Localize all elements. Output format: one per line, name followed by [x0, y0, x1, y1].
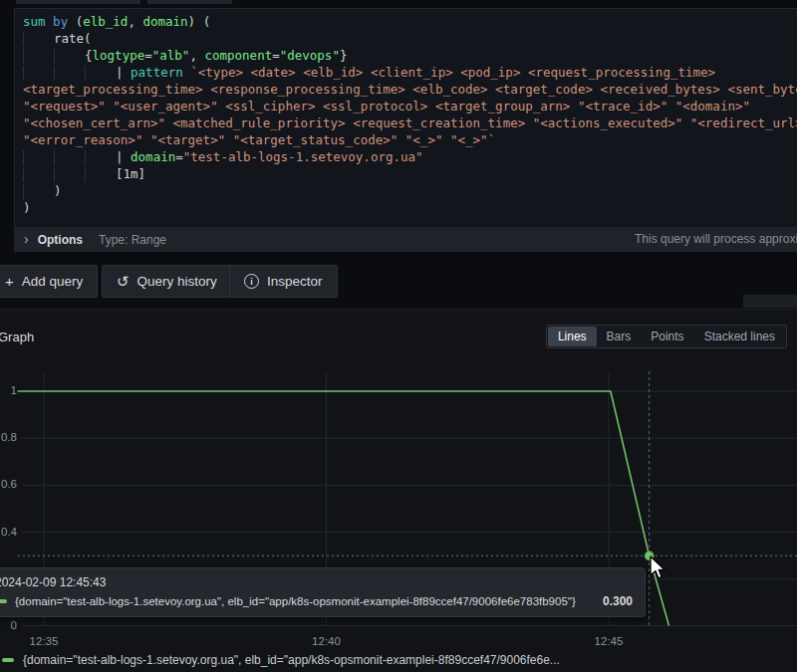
query-toolbar: + Add query ↺ Query history i Inspector [0, 265, 797, 299]
add-query-label: Add query [22, 274, 84, 289]
series-color-marker [0, 599, 7, 603]
code-line: "<error_reason>" "<target>" "<target_sta… [23, 131, 797, 148]
indent-guide [85, 66, 116, 81]
code-line: "<request>" "<user_agent>" <ssl_cipher> … [23, 98, 797, 114]
indent-guide [23, 49, 54, 64]
indent-guide [23, 167, 54, 182]
style-option-lines[interactable]: Lines [548, 327, 597, 346]
info-icon: i [244, 274, 259, 289]
options-label: Options [38, 233, 83, 247]
indent-guide [23, 184, 54, 199]
code-line: "<chosen_cert_arn>" <matched_rule_priori… [23, 114, 797, 131]
tooltip-timestamp: 2024-02-09 12:45:43 [0, 575, 633, 589]
series-color-marker [2, 658, 14, 662]
cut-off-tab [16, 0, 140, 4]
legend-series-label: {domain="test-alb-logs-1.setevoy.org.ua"… [23, 653, 560, 667]
tooltip-series-label: {domain="test-alb-logs-1.setevoy.org.ua"… [15, 595, 583, 607]
x-axis-tick: 12:35 [22, 635, 66, 647]
code-line: ) [23, 182, 797, 199]
cut-off-tab [147, 0, 232, 4]
code-line: {logtype="alb", component="devops"} [23, 47, 797, 64]
y-axis-tick: 0 [0, 619, 17, 631]
cut-off-element [743, 295, 797, 308]
code-line: rate( [23, 30, 797, 47]
x-axis-tick: 12:45 [587, 635, 631, 647]
code-line: | pattern `<type> <date> <elb_id> <clien… [23, 64, 797, 81]
plus-icon: + [5, 274, 14, 289]
history-icon: ↺ [117, 274, 130, 289]
graph-tooltip: 2024-02-09 12:45:43 {domain="test-alb-lo… [0, 567, 646, 617]
tooltip-series-value: 0.300 [603, 594, 633, 608]
style-option-stacked-lines[interactable]: Stacked lines [694, 327, 785, 346]
indent-guide [23, 150, 54, 165]
query-code: sum by (elb_id, domain) (rate({logtype="… [23, 13, 797, 216]
indent-guide [85, 167, 116, 182]
code-line: ) [23, 199, 797, 216]
query-editor[interactable]: sum by (elb_id, domain) (rate({logtype="… [14, 8, 797, 231]
options-bar[interactable]: › Options Type: Range This query will pr… [14, 227, 797, 252]
code-line: [1m] [23, 165, 797, 182]
tooltip-series-row: {domain="test-alb-logs-1.setevoy.org.ua"… [0, 594, 633, 608]
y-axis-tick: 0.6 [0, 478, 17, 490]
style-option-points[interactable]: Points [641, 327, 693, 346]
query-history-button[interactable]: ↺ Query history [102, 265, 232, 298]
style-option-bars[interactable]: Bars [597, 327, 642, 346]
x-axis-tick: 12:40 [305, 635, 349, 647]
query-history-label: Query history [137, 274, 217, 289]
indent-guide [54, 49, 85, 64]
indent-guide [23, 32, 54, 47]
panel-title: Graph [0, 330, 34, 344]
indent-guide [54, 66, 85, 81]
graph-panel: Graph LinesBarsPointsStacked lines 10.80… [0, 309, 797, 672]
chevron-right-icon: › [24, 231, 29, 247]
mouse-cursor [648, 556, 667, 581]
code-line: sum by (elb_id, domain) ( [23, 13, 797, 30]
indent-guide [54, 167, 85, 182]
query-process-note: This query will process approximat [635, 232, 797, 246]
query-type-label: Type: Range [99, 233, 166, 247]
indent-guide [85, 150, 116, 165]
y-axis-tick: 0.4 [0, 526, 17, 538]
code-line: <target_processing_time> <response_proce… [23, 81, 797, 98]
indent-guide [54, 150, 85, 165]
inspector-label: Inspector [267, 274, 323, 289]
code-line: | domain="test-alb-logs-1.setevoy.org.ua… [23, 148, 797, 165]
indent-guide [23, 66, 54, 81]
y-axis-tick: 1 [0, 384, 17, 396]
graph-style-toggle: LinesBarsPointsStacked lines [546, 325, 787, 348]
add-query-button[interactable]: + Add query [0, 265, 98, 298]
legend-series-item[interactable]: {domain="test-alb-logs-1.setevoy.org.ua"… [2, 653, 793, 667]
y-axis-tick: 0.8 [0, 431, 17, 443]
inspector-button[interactable]: i Inspector [229, 265, 338, 298]
